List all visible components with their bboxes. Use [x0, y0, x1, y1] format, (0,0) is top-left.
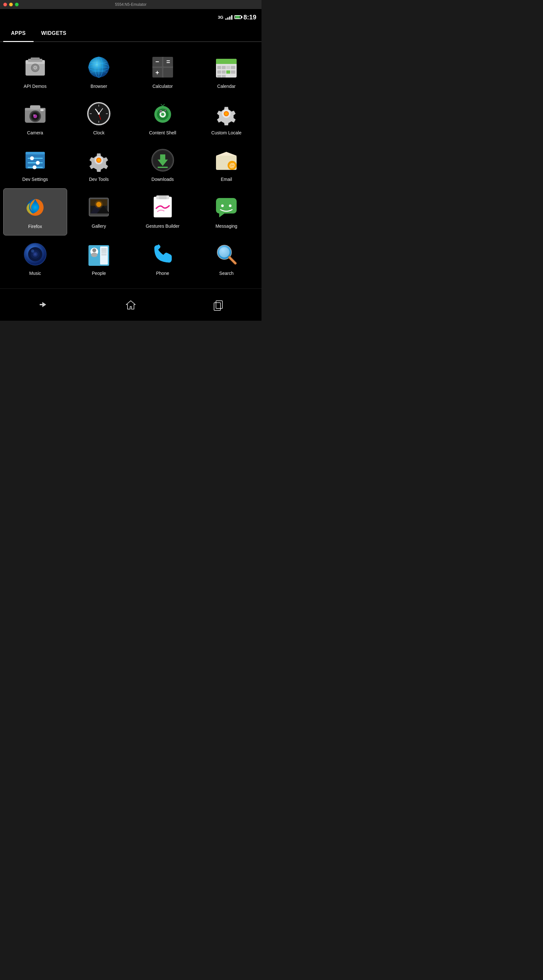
svg-point-102	[229, 204, 232, 207]
api-demos-icon: ⚙	[22, 54, 48, 80]
home-button[interactable]	[121, 295, 140, 314]
svg-rect-15	[164, 68, 173, 78]
status-time: 8:19	[243, 14, 256, 21]
phone-label: Phone	[156, 270, 169, 276]
window-title: 5554:N5-Emulator	[115, 2, 146, 7]
svg-rect-35	[30, 105, 40, 109]
navigation-bar	[0, 288, 262, 321]
phone-icon	[150, 241, 176, 267]
app-item-search[interactable]: Search	[195, 235, 259, 282]
people-icon	[86, 241, 112, 267]
app-item-gestures-builder[interactable]: Gestures Builder	[131, 188, 195, 235]
svg-point-74	[33, 165, 37, 169]
svg-marker-100	[219, 213, 224, 217]
back-button[interactable]	[34, 295, 53, 314]
minimize-button[interactable]	[9, 3, 13, 6]
content-shell-icon	[150, 101, 176, 127]
svg-point-59	[164, 102, 166, 104]
tab-bar: APPS WIDGETS	[0, 25, 262, 42]
recents-button[interactable]	[208, 295, 228, 314]
svg-rect-123	[214, 303, 221, 310]
maximize-button[interactable]	[15, 3, 19, 6]
title-bar: 5554:N5-Emulator	[0, 0, 262, 9]
svg-point-95	[95, 200, 103, 208]
app-item-downloads[interactable]: Downloads	[131, 142, 195, 188]
svg-point-62	[160, 110, 161, 112]
app-item-content-shell[interactable]: Content Shell	[131, 95, 195, 142]
svg-rect-122	[216, 301, 222, 309]
people-label: People	[92, 270, 106, 276]
api-demos-label: API Demos	[24, 83, 46, 89]
svg-point-40	[33, 115, 35, 116]
music-label: Music	[29, 270, 41, 276]
downloads-label: Downloads	[151, 177, 174, 182]
custom-locale-icon	[213, 101, 239, 127]
svg-rect-22	[217, 66, 221, 69]
network-info: 3G 8:19	[218, 14, 256, 21]
svg-point-101	[221, 204, 224, 207]
camera-icon	[22, 101, 48, 127]
svg-point-63	[165, 110, 166, 111]
tab-apps[interactable]: APPS	[3, 25, 33, 41]
app-item-firefox[interactable]: Firefox	[3, 188, 67, 235]
firefox-icon	[22, 194, 48, 220]
svg-point-117	[91, 253, 97, 257]
app-item-custom-locale[interactable]: Custom Locale	[195, 95, 259, 142]
svg-line-121	[230, 258, 235, 263]
svg-rect-68	[25, 152, 45, 154]
gallery-label: Gallery	[92, 223, 106, 229]
svg-rect-21	[216, 61, 237, 64]
signal-bar-3	[229, 16, 230, 20]
dev-tools-icon	[86, 147, 112, 173]
app-item-browser[interactable]: Browser	[67, 48, 131, 95]
app-item-api-demos[interactable]: ⚙ API Demos	[3, 48, 67, 95]
email-icon: @	[213, 147, 239, 173]
search-label: Search	[219, 270, 233, 276]
svg-point-55	[161, 113, 164, 116]
svg-text:⚙: ⚙	[33, 65, 37, 70]
app-item-gallery[interactable]: Gallery	[67, 188, 131, 235]
app-item-music[interactable]: Music	[3, 235, 67, 282]
svg-rect-29	[231, 70, 235, 74]
svg-point-70	[30, 156, 34, 160]
svg-rect-23	[222, 66, 225, 69]
svg-rect-24	[226, 66, 230, 69]
svg-point-119	[219, 247, 230, 258]
app-item-dev-settings[interactable]: Dev Settings	[3, 142, 67, 188]
svg-text:+: +	[155, 69, 159, 76]
dev-tools-label: Dev Tools	[89, 177, 109, 182]
messaging-icon	[213, 194, 239, 220]
app-item-dev-tools[interactable]: Dev Tools	[67, 142, 131, 188]
battery-indicator	[234, 15, 241, 19]
app-item-calendar[interactable]: Calendar	[195, 48, 259, 95]
downloads-icon	[150, 147, 176, 173]
tab-widgets[interactable]: WIDGETS	[33, 25, 74, 41]
app-item-email[interactable]: @ Email	[195, 142, 259, 188]
gestures-builder-icon	[150, 194, 176, 220]
app-item-camera[interactable]: Camera	[3, 95, 67, 142]
app-item-phone[interactable]: Phone	[131, 235, 195, 282]
svg-rect-25	[231, 66, 235, 69]
svg-point-77	[97, 159, 100, 162]
browser-icon	[86, 54, 112, 80]
app-item-people[interactable]: People	[67, 235, 131, 282]
browser-label: Browser	[91, 83, 107, 89]
email-label: Email	[221, 177, 232, 182]
svg-text:=: =	[166, 58, 170, 65]
svg-rect-27	[222, 70, 225, 74]
gestures-builder-label: Gestures Builder	[146, 223, 179, 229]
gallery-icon	[86, 194, 112, 220]
app-item-calculator[interactable]: − = + Calculator	[131, 48, 195, 95]
svg-point-51	[98, 113, 100, 115]
close-button[interactable]	[3, 3, 7, 6]
svg-point-58	[159, 102, 161, 104]
svg-rect-31	[222, 75, 225, 78]
dev-settings-icon	[22, 147, 48, 173]
app-item-messaging[interactable]: Messaging	[195, 188, 259, 235]
window-controls	[3, 3, 19, 6]
svg-text:−: −	[155, 58, 159, 65]
clock-icon	[86, 101, 112, 127]
calendar-label: Calendar	[217, 83, 236, 89]
calculator-label: Calculator	[152, 83, 173, 89]
app-item-clock[interactable]: Clock	[67, 95, 131, 142]
